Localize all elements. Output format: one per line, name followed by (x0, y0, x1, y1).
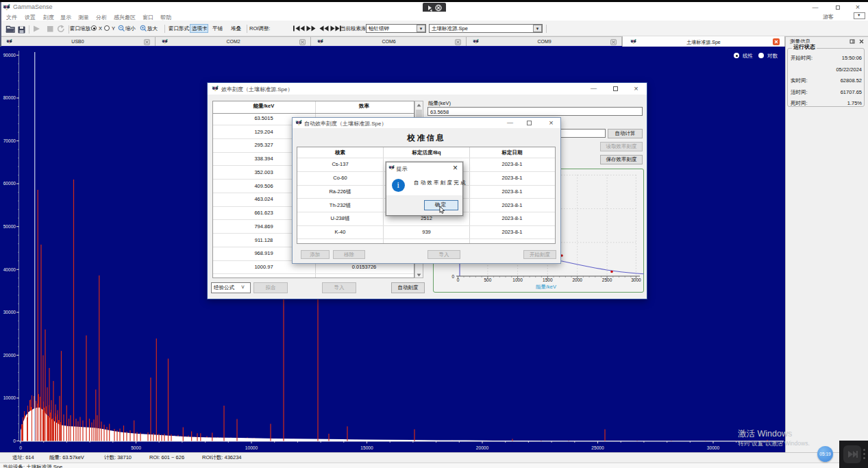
svg-text:40000: 40000 (3, 267, 16, 272)
svg-text:20000: 20000 (476, 445, 489, 450)
svg-text:30000: 30000 (3, 310, 16, 315)
svg-text:能量/keV: 能量/keV (536, 284, 556, 290)
svg-text:0: 0 (451, 274, 454, 279)
svg-text:3000: 3000 (631, 278, 641, 282)
svg-text:70000: 70000 (3, 138, 16, 143)
svg-text:90000: 90000 (3, 53, 16, 58)
svg-text:15000: 15000 (360, 445, 373, 450)
svg-text:10000: 10000 (3, 395, 16, 400)
svg-text:0: 0 (13, 439, 16, 443)
svg-text:80000: 80000 (3, 95, 16, 100)
svg-text:50000: 50000 (3, 224, 16, 229)
svg-text:500: 500 (484, 278, 491, 282)
svg-text:5000: 5000 (131, 445, 141, 450)
svg-text:0: 0 (457, 278, 460, 282)
svg-text:1000: 1000 (512, 278, 523, 282)
svg-text:20000: 20000 (3, 353, 16, 358)
svg-text:2000: 2000 (572, 278, 582, 282)
svg-text:2500: 2500 (602, 278, 612, 282)
svg-text:60000: 60000 (3, 181, 16, 186)
svg-text:1500: 1500 (543, 278, 553, 282)
svg-text:25000: 25000 (591, 445, 604, 450)
svg-text:30000: 30000 (707, 445, 720, 450)
svg-text:0: 0 (19, 445, 22, 450)
svg-text:10000: 10000 (245, 445, 258, 450)
